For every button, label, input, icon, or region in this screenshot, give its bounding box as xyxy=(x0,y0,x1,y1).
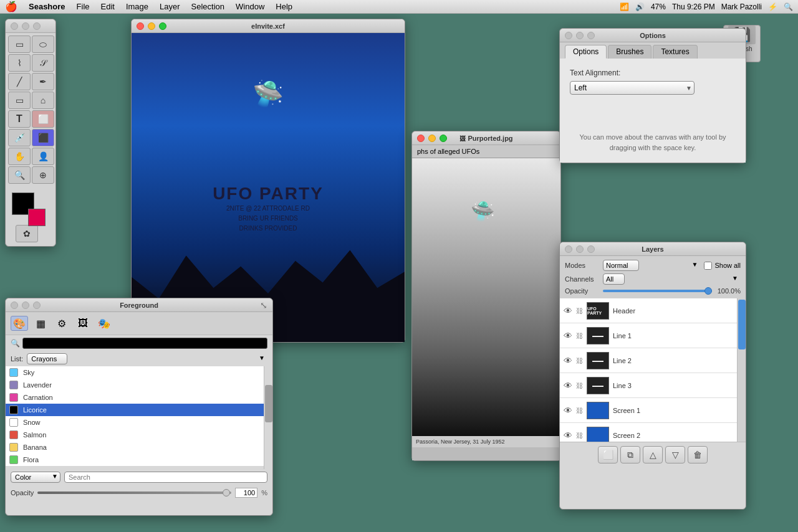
color-scroll-thumb[interactable] xyxy=(265,385,272,422)
canvas-close[interactable] xyxy=(137,22,144,30)
layer-chain-screen2[interactable]: ⛓ xyxy=(576,432,583,439)
modes-select[interactable]: Normal xyxy=(603,260,639,271)
color-list-scrollbar[interactable] xyxy=(264,366,272,469)
color-item-snow[interactable]: Snow xyxy=(6,416,264,429)
fg-color-swatch[interactable] xyxy=(28,209,46,226)
tool-magic-lasso[interactable]: 𝒮 xyxy=(32,54,54,72)
color-item-lavender[interactable]: Lavender xyxy=(6,379,264,391)
fg-palette-btn[interactable]: 🎭 xyxy=(95,316,113,331)
layer-row-screen1[interactable]: 👁 ⛓ Screen 1 xyxy=(560,398,737,423)
options-min[interactable] xyxy=(576,32,584,39)
tool-pencil[interactable]: ╱ xyxy=(8,73,31,90)
layer-chain-line3[interactable]: ⛓ xyxy=(576,382,583,389)
color-swatches[interactable] xyxy=(12,192,39,220)
channels-select[interactable]: All xyxy=(603,273,625,285)
tool-eraser[interactable]: ▭ xyxy=(8,92,31,109)
tool-rect-select[interactable]: ▭ xyxy=(8,36,31,53)
tool-hand[interactable]: ✋ xyxy=(8,148,31,165)
tool-clone[interactable]: 👤 xyxy=(32,148,54,165)
wifi-icon[interactable]: 📶 xyxy=(620,2,629,11)
menu-layer[interactable]: Layer xyxy=(160,2,180,11)
fg-search-box[interactable] xyxy=(64,472,267,483)
layer-chain-screen1[interactable]: ⛓ xyxy=(576,407,583,414)
layer-row-header[interactable]: 👁 ⛓ UFO PARTY Header xyxy=(560,298,737,323)
tool-ellipse-select[interactable]: ⬭ xyxy=(32,36,54,53)
toolbox-max[interactable] xyxy=(33,22,41,30)
menu-edit[interactable]: Edit xyxy=(101,2,115,11)
canvas-content[interactable]: 🛸 UFO PARTY 2NITE @ 22 ATTRODALE RD BRIN… xyxy=(132,33,405,342)
tool-burn[interactable]: ⌂ xyxy=(32,92,54,109)
toolbox-close[interactable] xyxy=(11,22,18,30)
menu-file[interactable]: File xyxy=(77,2,90,11)
layer-chain-header[interactable]: ⛓ xyxy=(576,307,583,315)
show-all-checkbox[interactable] xyxy=(704,262,712,270)
layer-eye-line1[interactable]: 👁 xyxy=(564,331,572,341)
color-item-salmon[interactable]: Salmon xyxy=(6,429,264,441)
layer-eye-line3[interactable]: 👁 xyxy=(564,381,572,391)
bluetooth-icon[interactable]: ⚡ xyxy=(768,2,777,11)
layer-row-screen2[interactable]: 👁 ⛓ Screen 2 xyxy=(560,423,737,442)
layers-close[interactable] xyxy=(565,245,572,253)
options-max[interactable] xyxy=(587,32,595,39)
canvas-max[interactable] xyxy=(159,22,166,30)
apple-menu[interactable]: 🍎 xyxy=(5,1,17,12)
menu-window[interactable]: Window xyxy=(236,2,264,11)
color-item-flora[interactable]: Flora xyxy=(6,454,264,466)
canvas-min[interactable] xyxy=(148,22,155,30)
purported-max[interactable] xyxy=(440,135,447,142)
fg-color-wheel-btn[interactable]: 🎨 xyxy=(11,316,28,331)
layers-min[interactable] xyxy=(576,245,584,253)
tool-crop[interactable]: ⬛ xyxy=(32,129,54,146)
app-name[interactable]: Seashore xyxy=(29,2,65,11)
layer-chain-line2[interactable]: ⛓ xyxy=(576,357,583,364)
layer-chain-line1[interactable]: ⛓ xyxy=(576,332,583,340)
fg-close[interactable] xyxy=(11,302,18,309)
layer-eye-line2[interactable]: 👁 xyxy=(564,356,572,366)
layer-eye-header[interactable]: 👁 xyxy=(564,306,572,316)
fg-image-btn[interactable]: 🖼 xyxy=(74,316,92,331)
scroll-thumb[interactable] xyxy=(738,300,746,349)
volume-icon[interactable]: 🔊 xyxy=(635,2,645,11)
fg-filter-select[interactable]: Color xyxy=(11,472,60,483)
color-item-licorice[interactable]: Licorice xyxy=(6,404,264,416)
options-close[interactable] xyxy=(565,32,572,39)
tab-brushes[interactable]: Brushes xyxy=(608,45,651,59)
menu-help[interactable]: Help xyxy=(276,2,292,11)
menu-image[interactable]: Image xyxy=(126,2,148,11)
layer-move-up-btn[interactable]: △ xyxy=(643,446,663,463)
tab-textures[interactable]: Textures xyxy=(653,45,697,59)
purported-min[interactable] xyxy=(428,135,436,142)
color-item-carnation[interactable]: Carnation xyxy=(6,391,264,404)
tool-measure[interactable]: ⊕ xyxy=(32,166,54,184)
layer-duplicate-btn[interactable]: ⧉ xyxy=(620,446,640,463)
layer-row-line2[interactable]: 👁 ⛓ ▬▬▬ Line 2 xyxy=(560,348,737,373)
tool-rect-tool[interactable]: ⬜ xyxy=(32,110,54,128)
layer-flatten-btn[interactable]: ⬜ xyxy=(598,446,618,463)
layer-move-down-btn[interactable]: ▽ xyxy=(665,446,685,463)
purported-close[interactable] xyxy=(417,135,425,142)
tool-zoom[interactable]: 🔍 xyxy=(8,166,31,184)
tool-lasso[interactable]: ⌇ xyxy=(8,54,31,72)
tool-pen[interactable]: ✒ xyxy=(32,73,54,90)
fg-search-input[interactable] xyxy=(22,338,267,349)
alignment-select[interactable]: Left Center Right xyxy=(570,81,695,95)
opacity-slider[interactable] xyxy=(603,290,712,292)
layer-row-line1[interactable]: 👁 ⛓ ▬▬▬ Line 1 xyxy=(560,323,737,348)
fg-sliders-btn[interactable]: ⚙ xyxy=(53,316,70,331)
tool-eyedropper[interactable]: 💉 xyxy=(8,129,31,146)
fg-opacity-slider[interactable] xyxy=(37,492,231,494)
spotlight-icon[interactable]: 🔍 xyxy=(784,2,793,11)
fg-opacity-input[interactable] xyxy=(235,488,257,498)
fg-list-select[interactable]: Crayons xyxy=(27,353,67,364)
layers-max[interactable] xyxy=(587,245,595,253)
tool-text[interactable]: T xyxy=(8,110,31,128)
tool-ink[interactable]: ✿ xyxy=(16,225,38,242)
tab-options[interactable]: Options xyxy=(565,45,607,59)
color-item-sky[interactable]: Sky xyxy=(6,366,264,379)
fg-max[interactable] xyxy=(33,302,41,309)
fg-min[interactable] xyxy=(22,302,29,309)
layer-delete-btn[interactable]: 🗑 xyxy=(688,446,708,463)
layer-row-line3[interactable]: 👁 ⛓ ▬▬▬ Line 3 xyxy=(560,373,737,398)
layer-eye-screen2[interactable]: 👁 xyxy=(564,430,572,440)
menu-selection[interactable]: Selection xyxy=(191,2,224,11)
